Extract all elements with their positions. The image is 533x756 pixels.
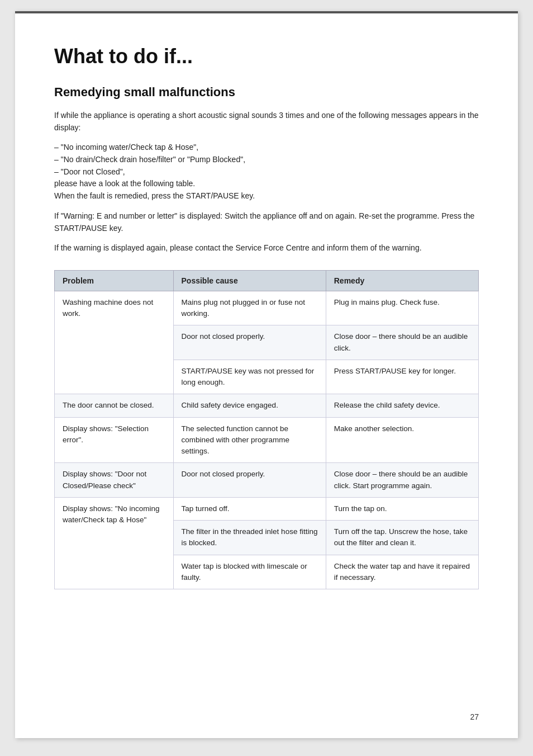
remedy-cell: Close door – there should be an audible … [326,463,478,498]
problem-cell: Washing machine does not work. [55,291,174,394]
cause-cell: Door not closed properly. [173,325,326,360]
cause-cell: The filter in the threaded inlet hose fi… [173,521,326,555]
remedy-cell: Make another selection. [326,417,478,463]
cause-cell: The selected function cannot be combined… [173,417,326,463]
col-header-cause: Possible cause [173,270,326,291]
intro-para-2: – "No incoming water/Check tap & Hose",–… [54,141,479,202]
problem-cell: Display shows: "Door not Closed/Please c… [55,463,174,498]
table-row: Display shows: "Door not Closed/Please c… [55,463,479,498]
table-row: The door cannot be closed. Child safety … [55,394,479,417]
top-border [15,11,518,13]
cause-cell: Child safety device engaged. [173,394,326,417]
remedy-cell: Release the child safety device. [326,394,478,417]
remedy-cell: Turn the tap on. [326,497,478,520]
intro-para-4: If the warning is displayed again, pleas… [54,242,479,254]
intro-para-1: If while the appliance is operating a sh… [54,110,479,134]
cause-cell: Door not closed properly. [173,463,326,498]
col-header-remedy: Remedy [326,270,478,291]
table-header-row: Problem Possible cause Remedy [55,270,479,291]
problem-cell: Display shows: "Selection error". [55,417,174,463]
remedy-cell: Turn off the tap. Unscrew the hose, take… [326,521,478,555]
cause-cell: Tap turned off. [173,497,326,520]
intro-para-3: If "Warning: E and number or letter" is … [54,210,479,234]
table-row: Display shows: "Selection error". The se… [55,417,479,463]
cause-cell: Water tap is blocked with limescale or f… [173,555,326,589]
remedy-cell: Plug in mains plug. Check fuse. [326,291,478,325]
problem-cell: The door cannot be closed. [55,394,174,417]
table-row: Display shows: "No incoming water/Check … [55,497,479,520]
remedy-cell: Close door – there should be an audible … [326,325,478,360]
remedy-cell: Check the water tap and have it repaired… [326,555,478,589]
remedy-cell: Press START/PAUSE key for longer. [326,360,478,394]
section-title: Remedying small malfunctions [54,85,479,100]
page-number: 27 [470,712,479,721]
cause-cell: START/PAUSE key was not pressed for long… [173,360,326,394]
intro-block: If while the appliance is operating a sh… [54,110,479,254]
cause-cell: Mains plug not plugged in or fuse not wo… [173,291,326,325]
table-row: Washing machine does not work. Mains plu… [55,291,479,325]
troubleshooting-table: Problem Possible cause Remedy Washing ma… [54,270,479,589]
col-header-problem: Problem [55,270,174,291]
main-title: What to do if... [54,45,479,68]
page: What to do if... Remedying small malfunc… [15,11,518,738]
problem-cell: Display shows: "No incoming water/Check … [55,497,174,589]
